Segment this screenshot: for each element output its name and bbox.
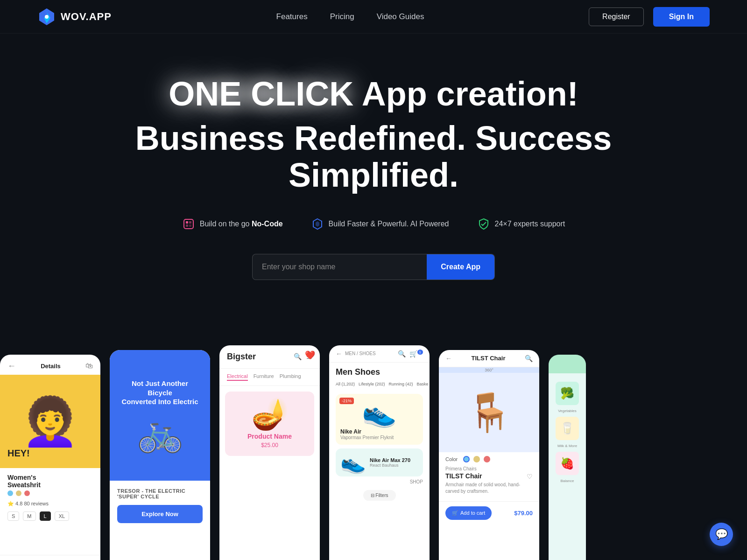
favorite-icon[interactable]: ❤️ — [305, 350, 315, 360]
store-product-name: Product Name — [233, 433, 307, 440]
hero-title-line1: ONE CLICK App creation! — [19, 76, 728, 112]
search-icon[interactable]: 🔍 — [398, 350, 406, 357]
hero-subtitle-line3: Simplified. — [19, 157, 728, 194]
fashion-sizes: S M L XL — [7, 511, 93, 521]
app-cards-strip: ← Details 🛍 👩‍🦱 HEY! Women'sSweatshrit ⭐… — [0, 345, 747, 560]
store-product-image: 🪔 — [233, 399, 307, 429]
search-icon[interactable]: 🔍 — [525, 355, 533, 362]
badge-nocode-text: Build on the go No-Code — [200, 220, 283, 228]
color-blue[interactable] — [463, 456, 470, 462]
svg-rect-6 — [186, 224, 188, 227]
bike-emoji: 🚲 — [137, 414, 183, 451]
fashion-rating: ⭐ 4.8 80 reviews — [7, 501, 93, 507]
logo-icon — [37, 7, 56, 26]
nav-actions: Register Sign In — [589, 7, 710, 27]
feature-badges: Build on the go No-Code Build Faster & P… — [19, 217, 728, 231]
size-s[interactable]: S — [7, 511, 19, 521]
back-icon[interactable]: ← — [445, 355, 452, 362]
svg-rect-7 — [189, 224, 191, 227]
badge-support-text: 24×7 experts support — [495, 220, 565, 228]
nav-pricing[interactable]: Pricing — [330, 12, 354, 21]
cart-icon[interactable]: 🛒1 — [409, 350, 423, 357]
ai-icon — [311, 217, 324, 231]
back-icon[interactable]: ← — [7, 361, 16, 371]
chair-footer: 🛒 Add to cart $79.00 — [439, 501, 539, 525]
fashion-card-header: ← Details 🛍 — [0, 355, 100, 375]
shoe-1-name: Nike Air — [340, 428, 418, 435]
fashion-color-swatches — [7, 490, 93, 496]
signin-button[interactable]: Sign In — [653, 7, 710, 27]
create-app-button[interactable]: Create App — [427, 254, 494, 280]
fashion-model-emoji: 👩‍🦱 — [21, 398, 79, 445]
size-l[interactable]: L — [40, 511, 51, 521]
hero-title-rest: App creation! — [362, 75, 578, 112]
bike-name: TRESOR - THE ELECTRIC 'SUPER' CYCLE — [117, 488, 203, 499]
shop-name-input[interactable] — [253, 254, 427, 280]
explore-button[interactable]: Explore Now — [117, 505, 203, 523]
nocode-icon — [182, 217, 195, 231]
store-logo: Bigster — [227, 352, 256, 362]
fashion-footer: €18,00 Add to Bag — [0, 555, 100, 560]
chair-product-info: Primera Chairs TILST Chair ♡ Armchair ma… — [439, 466, 539, 499]
shoes-breadcrumb: MEN / SHOES — [345, 351, 376, 356]
filter-running[interactable]: Running (42) — [389, 382, 413, 386]
chair-color-label: Color — [445, 456, 458, 462]
partial-label-3: Balance — [561, 479, 574, 483]
nav-features[interactable]: Features — [276, 12, 308, 21]
nav-video-guides[interactable]: Video Guides — [377, 12, 424, 21]
size-xl[interactable]: XL — [55, 511, 69, 521]
cat-plumbing[interactable]: Plumbing — [280, 373, 301, 381]
color-gold[interactable] — [473, 456, 480, 462]
chat-bubble-button[interactable]: 💬 — [710, 523, 733, 546]
color-red[interactable] — [24, 490, 30, 496]
favorite-icon[interactable]: ♡ — [527, 473, 533, 480]
logo-text: WOV.APP — [61, 11, 112, 23]
cta-row: Create App — [19, 254, 728, 280]
navbar: WOV.APP Features Pricing Video Guides Re… — [0, 0, 747, 34]
shoes-product-1: -21% 👟 Nike Air Vapormax Premier Flyknit — [336, 394, 423, 445]
shoes-filters-button[interactable]: ⊟ Filters — [363, 490, 396, 501]
add-to-cart-button[interactable]: 🛒 Add to cart — [445, 506, 492, 520]
shoes-product-2: 👟 Nike Air Max 270 React Bauhaus — [336, 448, 423, 476]
cta-box: Create App — [252, 254, 495, 280]
color-red[interactable] — [484, 456, 490, 462]
size-m[interactable]: M — [23, 511, 35, 521]
nav-links: Features Pricing Video Guides — [276, 12, 424, 21]
back-icon[interactable]: ← — [336, 350, 342, 357]
color-gold[interactable] — [16, 490, 21, 496]
store-product-price: $25.00 — [233, 442, 307, 448]
hero-subtitle-line2: Business Redefined. Success — [19, 120, 728, 157]
search-icon[interactable]: 🔍 — [294, 353, 302, 360]
chair-title: TILST Chair — [472, 355, 506, 362]
color-blue[interactable] — [7, 490, 13, 496]
filter-lifestyle[interactable]: Lifestyle (202) — [359, 382, 385, 386]
partial-item-2: 🥛 — [556, 417, 579, 440]
cat-furniture[interactable]: Furniture — [254, 373, 274, 381]
partial-label-2: Milk & More — [557, 444, 577, 448]
cart-icon[interactable]: 🛍 — [85, 362, 93, 370]
card-partial: 🥦 Vegetables 🥛 Milk & More 🍓 Balance — [549, 355, 586, 560]
add-to-cart-label: Add to cart — [460, 510, 485, 516]
shoe-2-name: Nike Air Max 270 — [370, 457, 418, 463]
svg-rect-5 — [189, 221, 191, 224]
cat-electrical[interactable]: Electrical — [227, 373, 248, 381]
card-shoes: ← MEN / SHOES 🔍 🛒1 Men Shoes All (1,202)… — [329, 345, 430, 560]
badge-support: 24×7 experts support — [477, 217, 565, 231]
shoes-filters: All (1,202) Lifestyle (202) Running (42)… — [329, 382, 430, 390]
chair-brand: Primera Chairs — [445, 466, 533, 471]
chair-header: ← TILST Chair 🔍 — [439, 350, 539, 367]
chair-price: $79.00 — [514, 510, 533, 517]
chair-product-image: 🪑 — [439, 373, 539, 452]
cart-icon: 🛒 — [452, 510, 458, 516]
card-fashion: ← Details 🛍 👩‍🦱 HEY! Women'sSweatshrit ⭐… — [0, 355, 100, 560]
register-button[interactable]: Register — [589, 7, 644, 26]
store-categories: Electrical Furniture Plumbing — [219, 369, 320, 386]
shoes-section-title: Men Shoes — [329, 363, 430, 382]
partial-items: 🥦 Vegetables 🥛 Milk & More 🍓 Balance — [549, 378, 586, 487]
shoes-breadcrumb-row: ← MEN / SHOES — [336, 350, 376, 357]
filter-all[interactable]: All (1,202) — [336, 382, 355, 386]
fashion-header-label: Details — [41, 363, 61, 370]
filter-basket[interactable]: Baske — [417, 382, 429, 386]
partial-item-3: 🍓 — [556, 452, 579, 475]
shoe-2-image: 👟 — [340, 452, 366, 473]
